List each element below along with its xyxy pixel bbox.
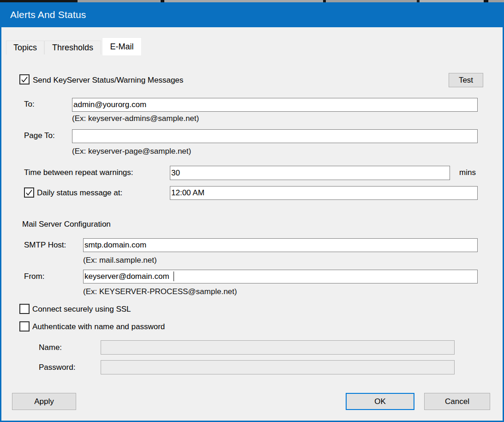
tab-thresholds-label: Thresholds	[52, 43, 93, 53]
cancel-button-label: Cancel	[445, 397, 469, 406]
mail-server-heading: Mail Server Configuration	[22, 220, 111, 229]
name-input[interactable]	[101, 340, 455, 355]
to-hint: (Ex: keyserver-admins@sample.net)	[72, 114, 199, 123]
checkmark-icon	[20, 75, 29, 84]
ssl-checkbox[interactable]	[19, 304, 30, 314]
titlebar[interactable]: Alerts And Status	[0, 2, 504, 27]
page-to-hint: (Ex: keyserver-page@sample.net)	[72, 147, 191, 156]
screen: Alerts And Status Topics Thresholds E-Ma…	[0, 0, 504, 422]
window-title: Alerts And Status	[10, 9, 86, 20]
from-input[interactable]	[83, 270, 478, 283]
repeat-warnings-label: Time between repeat warnings:	[24, 168, 133, 177]
apply-button-label: Apply	[34, 397, 54, 406]
page-to-input[interactable]	[72, 129, 478, 143]
auth-checkbox[interactable]	[19, 321, 30, 332]
ssl-label: Connect securely using SSL	[32, 305, 131, 314]
tab-thresholds[interactable]: Thresholds	[44, 41, 101, 54]
tab-topics-label: Topics	[13, 43, 37, 53]
page-to-label: Page To:	[24, 131, 55, 140]
repeat-warnings-unit: mins	[459, 168, 476, 177]
password-input[interactable]	[101, 360, 455, 374]
cancel-button[interactable]: Cancel	[424, 393, 490, 410]
to-label: To:	[24, 100, 35, 109]
from-field-wrap	[83, 270, 478, 283]
auth-label: Authenticate with name and password	[32, 322, 165, 332]
from-label: From:	[24, 272, 44, 281]
smtp-host-label: SMTP Host:	[24, 241, 66, 250]
smtp-host-input[interactable]	[83, 238, 478, 252]
tab-topics[interactable]: Topics	[6, 41, 44, 54]
apply-button[interactable]: Apply	[12, 393, 76, 410]
tab-email-label: E-Mail	[110, 42, 133, 52]
daily-status-label: Daily status message at:	[37, 188, 122, 198]
daily-status-checkbox[interactable]	[24, 187, 34, 198]
daily-status-time-input[interactable]	[170, 186, 478, 200]
ok-button-label: OK	[374, 397, 386, 406]
tab-email[interactable]: E-Mail	[102, 37, 142, 55]
smtp-host-hint: (Ex: mail.sample.net)	[83, 256, 157, 265]
test-button[interactable]: Test	[449, 73, 483, 87]
text-caret	[174, 271, 174, 281]
send-warnings-label: Send KeyServer Status/Warning Messages	[33, 76, 183, 85]
repeat-warnings-input[interactable]	[170, 166, 450, 180]
password-label: Password:	[39, 363, 75, 372]
to-input[interactable]	[72, 98, 478, 112]
send-warnings-checkbox[interactable]	[19, 74, 30, 84]
test-button-label: Test	[459, 76, 473, 85]
from-hint: (Ex: KEYSERVER-PROCESS@sample.net)	[83, 287, 237, 296]
ok-button[interactable]: OK	[346, 393, 414, 410]
checkmark-icon	[25, 188, 33, 197]
name-label: Name:	[39, 343, 62, 352]
